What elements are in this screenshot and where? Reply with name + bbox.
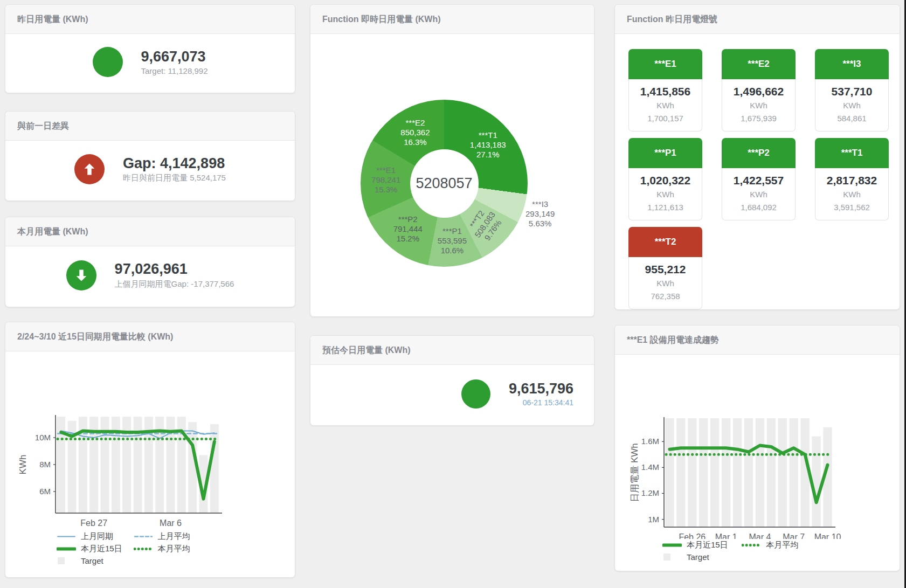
panel-title: 預估今日用電量 (KWh)	[310, 336, 594, 365]
device-usage-unit: KWh	[815, 99, 888, 112]
donut-segment-label: ***E1798,24115.3%	[371, 165, 400, 195]
legend-target-swatch	[662, 553, 682, 561]
e1-trend-plot[interactable]: 1M1.2M1.4M1.6MFeb 26Mar 1Mar 4Mar 7Mar 1…	[615, 355, 901, 539]
gap-subtitle: 昨日與前日用電量 5,524,175	[123, 173, 226, 183]
donut-segment-label: ***P1553,59510.6%	[438, 226, 467, 255]
svg-text:Mar 6: Mar 6	[160, 518, 182, 528]
device-target-value: 1,675,939	[722, 112, 795, 125]
panel-realtime-donut: Function 即時日用電量 (KWh) 5208057 ***T11,413…	[310, 4, 594, 317]
device-tile-body: 2,817,832KWh3,591,562	[815, 168, 889, 220]
legend-item[interactable]: 上月同期	[57, 531, 134, 542]
legend-item[interactable]: Target	[662, 552, 742, 562]
panel-gap-previous-day: 與前一日差異 Gap: 4,142,898 昨日與前日用電量 5,524,175	[5, 111, 295, 201]
legend-item[interactable]: 本月平均	[134, 544, 211, 554]
donut-segment-label: ***T11,413,18327.1%	[470, 130, 506, 160]
device-target-value: 584,861	[815, 112, 888, 125]
legend-label: 本月平均	[766, 540, 798, 550]
legend-label: 本月平均	[158, 544, 190, 554]
legend-label: Target	[687, 552, 709, 562]
panel-title: Function 昨日用電燈號	[615, 5, 900, 34]
device-tile-body: 537,710KWh584,861	[815, 79, 889, 132]
e1-trend-chart-body: 1M1.2M1.4M1.6MFeb 26Mar 1Mar 4Mar 7Mar 1…	[615, 355, 900, 563]
legend-item[interactable]: 上月平均	[134, 531, 211, 542]
svg-text:1.6M: 1.6M	[641, 437, 659, 446]
device-usage-unit: KWh	[722, 99, 795, 112]
panel-title: 2/24~3/10 近15日同期用電量比較 (KWh)	[5, 322, 295, 351]
legend-label: Target	[81, 556, 103, 565]
yesterday-usage-target: Target: 11,128,992	[141, 66, 208, 75]
device-tile-header: ***P1	[628, 138, 702, 168]
svg-text:1M: 1M	[648, 515, 659, 524]
device-tile-t2: ***T2955,212KWh762,358	[628, 227, 702, 309]
legend-item[interactable]: 本月近15日	[57, 544, 134, 554]
legend-label: 本月近15日	[81, 544, 122, 554]
down-arrow-icon	[66, 260, 96, 290]
svg-text:Mar 7: Mar 7	[783, 532, 805, 539]
device-usage-value: 1,496,662	[722, 84, 795, 99]
up-arrow-icon	[74, 154, 105, 184]
legend-item[interactable]: 本月平均	[742, 540, 821, 550]
lights-grid: ***E11,415,856KWh1,700,157***E21,496,662…	[615, 34, 900, 309]
device-usage-unit: KWh	[722, 188, 795, 201]
panel-estimate-today: 預估今日用電量 (KWh) 9,615,796 06-21 15:34:41	[310, 335, 594, 426]
yesterday-usage-value: 9,667,073	[141, 49, 208, 65]
donut-segment-label: ***P2791,44415.2%	[393, 215, 423, 244]
estimate-today-value: 9,615,796	[509, 381, 573, 397]
device-target-value: 1,700,157	[629, 112, 702, 125]
estimate-timestamp: 06-21 15:34:41	[509, 398, 573, 407]
device-usage-value: 537,710	[815, 84, 888, 99]
device-tile-body: 1,415,856KWh1,700,157	[628, 79, 702, 132]
device-tile-e1: ***E11,415,856KWh1,700,157	[628, 49, 702, 132]
panel-month-usage: 本月用電量 (KWh) 97,026,961 上個月同期用電Gap: -17,3…	[5, 217, 295, 307]
compare-15d-legend: 上月同期上月平均本月近15日本月平均Target	[57, 530, 224, 566]
device-tile-p1: ***P11,020,322KWh1,121,613	[628, 138, 702, 220]
e1-trend-legend: 本月近15日本月平均Target	[662, 539, 835, 563]
svg-text:8M: 8M	[39, 460, 51, 469]
legend-item[interactable]: Target	[57, 556, 134, 565]
month-usage-value: 97,026,961	[115, 261, 234, 277]
panel-title: 昨日用電量 (KWh)	[5, 5, 295, 34]
device-tile-header: ***E2	[722, 49, 796, 79]
device-usage-value: 1,020,322	[629, 173, 702, 188]
donut-hole: 5208057	[410, 149, 479, 218]
device-tile-t1: ***T12,817,832KWh3,591,562	[815, 138, 889, 220]
device-usage-value: 2,817,832	[815, 173, 888, 188]
donut-segment-label: ***E2850,36216.3%	[400, 118, 430, 147]
status-circle-green	[461, 379, 490, 409]
panel-title: Function 即時日用電量 (KWh)	[310, 5, 594, 34]
svg-text:Feb 27: Feb 27	[80, 518, 107, 528]
panel-yesterday-lights: Function 昨日用電燈號 ***E11,415,856KWh1,700,1…	[614, 4, 900, 310]
legend-target-swatch	[57, 557, 76, 565]
panel-title: ***E1 設備用電達成趨勢	[615, 326, 900, 355]
panel-yesterday-usage: 昨日用電量 (KWh) 9,667,073 Target: 11,128,992	[5, 4, 295, 93]
donut-center-value: 5208057	[416, 175, 472, 192]
device-tile-body: 1,496,662KWh1,675,939	[722, 79, 796, 132]
svg-text:Mar 10: Mar 10	[814, 532, 841, 539]
legend-item[interactable]: 本月近15日	[662, 540, 742, 550]
month-usage-gap: 上個月同期用電Gap: -17,377,566	[115, 279, 234, 289]
device-tile-header: ***P2	[722, 138, 796, 168]
svg-text:6M: 6M	[39, 487, 51, 496]
svg-text:10M: 10M	[35, 433, 51, 442]
svg-text:Mar 1: Mar 1	[715, 532, 737, 539]
compare-15d-plot[interactable]: 6M8M10MFeb 27Mar 6KWh	[5, 351, 291, 530]
donut-segment-label: ***I3293,1495.63%	[525, 199, 555, 229]
legend-label: 上月同期	[81, 531, 113, 542]
device-tile-header: ***T2	[628, 227, 702, 257]
compare-15d-chart-body: 6M8M10MFeb 27Mar 6KWh上月同期上月平均本月近15日本月平均T…	[5, 351, 295, 566]
device-usage-unit: KWh	[629, 99, 702, 112]
device-target-value: 762,358	[629, 290, 702, 303]
device-usage-unit: KWh	[815, 188, 888, 201]
legend-line-swatch	[57, 532, 76, 541]
device-tile-body: 1,422,557KWh1,684,092	[722, 168, 796, 220]
device-tile-header: ***I3	[815, 49, 889, 79]
svg-text:Feb 26: Feb 26	[679, 532, 706, 539]
svg-text:日用電量 KWh: 日用電量 KWh	[630, 443, 640, 502]
device-tile-body: 1,020,322KWh1,121,613	[628, 168, 702, 220]
device-target-value: 1,121,613	[629, 201, 702, 214]
panel-15day-compare-chart: 2/24~3/10 近15日同期用電量比較 (KWh) 6M8M10MFeb 2…	[5, 322, 295, 578]
device-target-value: 3,591,562	[815, 201, 888, 214]
device-tile-body: 955,212KWh762,358	[628, 257, 702, 309]
gap-value: Gap: 4,142,898	[123, 155, 226, 171]
device-usage-value: 1,422,557	[722, 173, 795, 188]
